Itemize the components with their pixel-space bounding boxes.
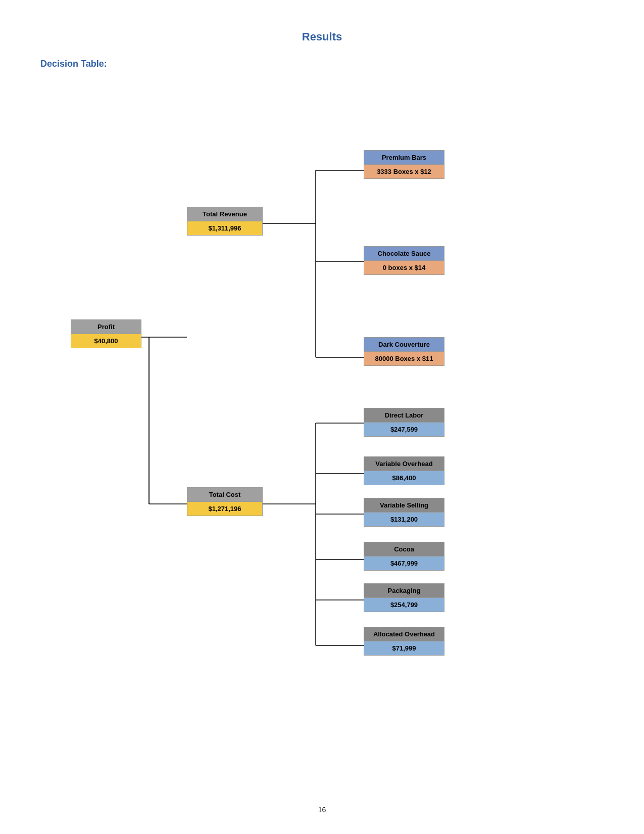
cocoa-value: $467,999 <box>364 557 444 571</box>
variable-overhead-value: $86,400 <box>364 471 444 485</box>
profit-value: $40,800 <box>71 334 141 348</box>
packaging-value: $254,799 <box>364 598 444 612</box>
dark-couverture-node: Dark Couverture 80000 Boxes x $11 <box>364 337 444 366</box>
section-title: Decision Table: <box>40 59 604 69</box>
direct-labor-value: $247,599 <box>364 423 444 437</box>
total-revenue-value: $1,311,996 <box>187 221 263 236</box>
page: Results Decision Table: <box>0 0 644 834</box>
connector-lines <box>40 89 604 696</box>
packaging-header: Packaging <box>364 583 444 598</box>
profit-header: Profit <box>71 319 141 334</box>
dark-couverture-value: 80000 Boxes x $11 <box>364 352 444 366</box>
variable-selling-node: Variable Selling $131,200 <box>364 498 444 527</box>
direct-labor-header: Direct Labor <box>364 408 444 423</box>
chocolate-sauce-header: Chocolate Sauce <box>364 246 444 261</box>
variable-selling-header: Variable Selling <box>364 498 444 513</box>
allocated-overhead-value: $71,999 <box>364 641 444 656</box>
premium-bars-node: Premium Bars 3333 Boxes x $12 <box>364 150 444 179</box>
chocolate-sauce-value: 0 boxes x $14 <box>364 261 444 275</box>
direct-labor-node: Direct Labor $247,599 <box>364 408 444 437</box>
allocated-overhead-header: Allocated Overhead <box>364 627 444 641</box>
cocoa-header: Cocoa <box>364 542 444 557</box>
page-number: 16 <box>318 806 326 814</box>
premium-bars-header: Premium Bars <box>364 150 444 165</box>
total-cost-value: $1,271,196 <box>187 502 263 516</box>
variable-selling-value: $131,200 <box>364 513 444 527</box>
profit-node: Profit $40,800 <box>71 319 141 348</box>
total-cost-node: Total Cost $1,271,196 <box>187 487 263 516</box>
variable-overhead-node: Variable Overhead $86,400 <box>364 456 444 485</box>
total-revenue-node: Total Revenue $1,311,996 <box>187 207 263 236</box>
tree-container: Profit $40,800 Total Revenue $1,311,996 … <box>40 89 604 696</box>
allocated-overhead-node: Allocated Overhead $71,999 <box>364 627 444 656</box>
packaging-node: Packaging $254,799 <box>364 583 444 612</box>
cocoa-node: Cocoa $467,999 <box>364 542 444 571</box>
total-cost-header: Total Cost <box>187 487 263 502</box>
page-title: Results <box>40 30 604 43</box>
variable-overhead-header: Variable Overhead <box>364 456 444 471</box>
dark-couverture-header: Dark Couverture <box>364 337 444 352</box>
total-revenue-header: Total Revenue <box>187 207 263 221</box>
premium-bars-value: 3333 Boxes x $12 <box>364 165 444 179</box>
chocolate-sauce-node: Chocolate Sauce 0 boxes x $14 <box>364 246 444 275</box>
